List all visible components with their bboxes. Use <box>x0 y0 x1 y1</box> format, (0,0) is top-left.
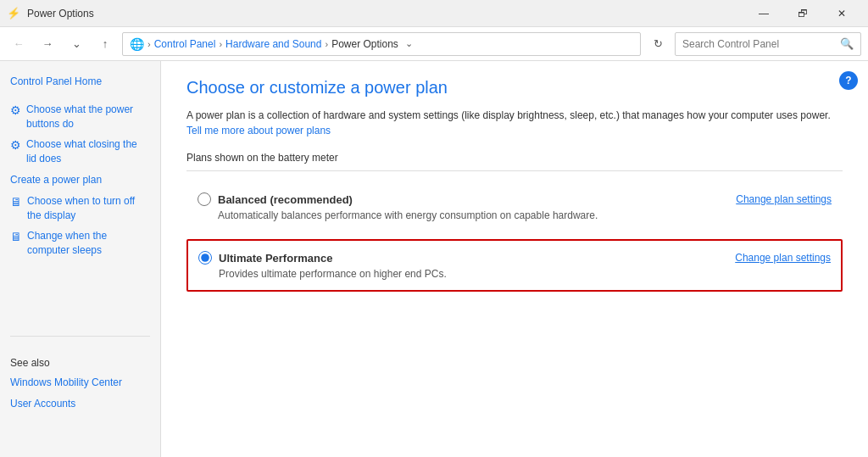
page-description: A power plan is a collection of hardware… <box>186 108 843 138</box>
sidebar: Control Panel Home ⚙ Choose what the pow… <box>0 61 161 457</box>
sidebar-home-label: Control Panel Home <box>10 75 102 89</box>
search-input[interactable] <box>682 38 837 50</box>
sidebar-mobility-center[interactable]: Windows Mobility Center <box>0 372 160 393</box>
window-title: Power Options <box>27 8 94 20</box>
help-button[interactable]: ? <box>839 71 858 90</box>
plan-balanced-description: Automatically balances performance with … <box>218 209 832 221</box>
see-also-label: See also <box>0 343 160 372</box>
refresh-button[interactable]: ↻ <box>646 32 670 56</box>
sidebar-item-turn-off-display[interactable]: 🖥 Choose when to turn off the display <box>0 191 160 226</box>
plan-ultimate-name: Ultimate Performance <box>219 252 332 265</box>
maximize-button[interactable]: 🗗 <box>783 0 822 27</box>
search-box: 🔍 <box>675 32 861 56</box>
main-layout: Control Panel Home ⚙ Choose what the pow… <box>0 61 868 457</box>
minimize-button[interactable]: — <box>744 0 783 27</box>
power-buttons-icon: ⚙ <box>10 103 21 120</box>
search-icon[interactable]: 🔍 <box>840 37 854 50</box>
sleep-icon: 🖥 <box>10 229 22 246</box>
plans-label: Plans shown on the battery meter <box>186 152 843 164</box>
content-area: ? Choose or customize a power plan A pow… <box>161 61 868 457</box>
sidebar-user-accounts[interactable]: User Accounts <box>0 393 160 415</box>
display-icon: 🖥 <box>10 194 22 211</box>
plan-ultimate-radio[interactable] <box>198 251 212 265</box>
breadcrumb-dropdown-icon[interactable]: ⌄ <box>405 38 413 49</box>
sidebar-item-power-buttons[interactable]: ⚙ Choose what the power buttons do <box>0 99 160 135</box>
sidebar-control-panel-home[interactable]: Control Panel Home <box>0 71 160 92</box>
breadcrumb-hardware-sound[interactable]: Hardware and Sound <box>225 38 321 50</box>
app-icon: ⚡ <box>7 7 20 20</box>
plan-balanced-name-row: Balanced (recommended) <box>198 192 353 206</box>
up-button[interactable]: ↑ <box>93 32 117 56</box>
plan-ultimate-header: Ultimate Performance Change plan setting… <box>198 251 831 265</box>
learn-more-link[interactable]: Tell me more about power plans <box>186 125 331 137</box>
back-button[interactable]: ← <box>7 32 31 56</box>
plan-balanced-header: Balanced (recommended) Change plan setti… <box>198 192 832 206</box>
sidebar-item-sleep[interactable]: 🖥 Change when the computer sleeps <box>0 226 160 261</box>
plan-ultimate-description: Provides ultimate performance on higher … <box>219 268 831 280</box>
closing-lid-icon: ⚙ <box>10 137 21 154</box>
breadcrumb-power-options: Power Options <box>331 38 398 50</box>
address-bar: ← → ⌄ ↑ 🌐 › Control Panel › Hardware and… <box>0 27 868 61</box>
plan-ultimate: Ultimate Performance Change plan setting… <box>186 239 843 292</box>
plan-balanced-name: Balanced (recommended) <box>218 193 353 206</box>
plans-divider <box>186 170 843 171</box>
window-controls: — 🗗 ✕ <box>744 0 861 27</box>
breadcrumb-control-panel[interactable]: Control Panel <box>154 38 216 50</box>
page-heading: Choose or customize a power plan <box>186 78 843 98</box>
close-button[interactable]: ✕ <box>822 0 861 27</box>
title-bar: ⚡ Power Options — 🗗 ✕ <box>0 0 868 27</box>
history-button[interactable]: ⌄ <box>64 32 88 56</box>
forward-button[interactable]: → <box>36 32 59 56</box>
plan-balanced-change-link[interactable]: Change plan settings <box>736 193 832 205</box>
plan-balanced-radio[interactable] <box>198 192 211 206</box>
breadcrumb[interactable]: 🌐 › Control Panel › Hardware and Sound ›… <box>122 32 641 56</box>
sidebar-item-closing-lid[interactable]: ⚙ Choose what closing the lid does <box>0 134 160 170</box>
plan-ultimate-change-link[interactable]: Change plan settings <box>735 252 831 264</box>
plan-ultimate-name-row: Ultimate Performance <box>198 251 332 265</box>
sidebar-item-create-plan[interactable]: Create a power plan <box>0 170 160 191</box>
globe-icon: 🌐 <box>130 37 144 51</box>
sidebar-divider <box>10 336 150 337</box>
plan-balanced: Balanced (recommended) Change plan setti… <box>186 181 843 232</box>
